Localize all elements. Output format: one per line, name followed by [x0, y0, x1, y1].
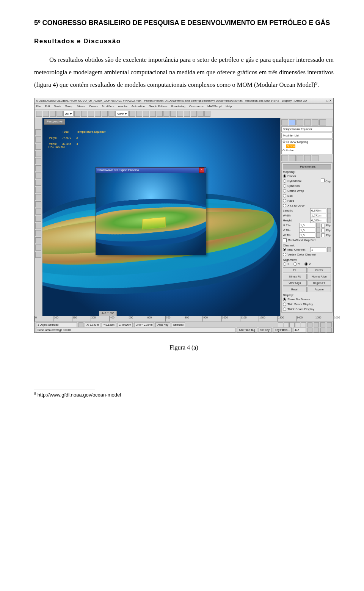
show-end-icon[interactable]	[289, 155, 296, 161]
lock-selection-icon[interactable]	[78, 322, 83, 327]
coord-y[interactable]: Y:0,139m	[102, 322, 116, 327]
command-panel[interactable]: Temperatura Equador Modifier List ⦿ ⊟ UV…	[280, 118, 333, 317]
scale-icon[interactable]	[108, 111, 115, 117]
shockwave-preview-window[interactable]: Shockwave 3D Export Preview ×	[96, 167, 206, 255]
select-icon[interactable]	[74, 111, 80, 117]
reactor-icon[interactable]	[35, 180, 41, 186]
goto-start-icon[interactable]	[278, 322, 283, 327]
fit-button[interactable]: Fit	[283, 267, 307, 273]
flip-w[interactable]	[321, 234, 325, 237]
reactor-icon[interactable]	[35, 230, 41, 236]
acquire-button[interactable]: Acquire	[308, 287, 331, 292]
reactor-icon[interactable]	[35, 223, 41, 229]
modify-tab-icon[interactable]	[289, 119, 296, 125]
pin-stack-icon[interactable]	[281, 155, 288, 161]
create-tab-icon[interactable]	[281, 119, 288, 125]
radio-thick[interactable]	[283, 307, 286, 311]
viewalign-button[interactable]: View Align	[283, 280, 307, 286]
reactor-icon[interactable]	[35, 151, 41, 157]
bitmapfit-button[interactable]: Bitmap Fit	[283, 274, 307, 279]
move-icon[interactable]	[95, 111, 101, 117]
regionfit-button[interactable]: Region Fit	[308, 280, 331, 286]
utile-input[interactable]: 1,0	[299, 223, 315, 228]
mapchannel-input[interactable]: 1	[310, 247, 326, 252]
modifier-stack[interactable]: ⦿ ⊟ UVW Mapping Gizmo Optimize	[281, 139, 333, 154]
link-icon[interactable]	[50, 111, 56, 117]
stack-optimize[interactable]: Optimize	[282, 148, 331, 152]
radio-cyl[interactable]	[283, 179, 286, 183]
flip-v[interactable]	[321, 229, 325, 232]
menu-views[interactable]: Views	[77, 105, 85, 108]
menu-create[interactable]: Create	[89, 105, 98, 108]
select-name-icon[interactable]	[81, 111, 87, 117]
viewport-label[interactable]: Perspective	[44, 119, 65, 125]
perspective-viewport[interactable]: Perspective TotalTemperatura Equador Pol…	[42, 118, 280, 317]
nav-zoomext-icon[interactable]	[308, 328, 312, 332]
material-editor-icon[interactable]	[191, 111, 197, 117]
coord-z[interactable]: Z:-0,006m	[118, 322, 133, 327]
reactor-icon[interactable]	[35, 194, 41, 200]
menu-animation[interactable]: Animation	[131, 105, 145, 108]
menu-file[interactable]: File	[36, 105, 41, 108]
spinner-icon[interactable]	[327, 213, 331, 218]
unlink-icon[interactable]	[56, 111, 63, 117]
reactor-toolbar[interactable]	[35, 118, 42, 317]
nav-max-icon[interactable]	[327, 322, 332, 327]
menu-modifiers[interactable]: Modifiers	[102, 105, 114, 108]
redo-icon[interactable]	[43, 111, 49, 117]
height-input[interactable]: 0,025m	[310, 218, 326, 223]
axis-y[interactable]	[293, 262, 297, 266]
snap-icon[interactable]	[136, 111, 142, 117]
menu-maxscript[interactable]: MAXScript	[207, 105, 222, 108]
render-scene-icon[interactable]	[198, 111, 204, 117]
current-frame[interactable]: 447	[293, 328, 306, 332]
mirror-icon[interactable]	[157, 111, 163, 117]
realworld-check[interactable]	[283, 238, 287, 242]
reactor-icon[interactable]	[35, 172, 41, 179]
preview-viewport[interactable]	[96, 173, 206, 255]
reactor-icon[interactable]	[35, 187, 41, 193]
spinner-icon[interactable]	[316, 228, 320, 233]
preview-titlebar[interactable]: Shockwave 3D Export Preview ×	[96, 168, 206, 173]
addtimetag-button[interactable]: Add Time Tag	[237, 328, 257, 332]
nav-fov-icon[interactable]	[314, 328, 319, 332]
menu-tools[interactable]: Tools	[54, 105, 61, 108]
reactor-icon[interactable]	[35, 208, 41, 215]
time-slider-thumb[interactable]: 447 / 1600	[99, 311, 117, 316]
stack-tools[interactable]	[281, 155, 333, 161]
keymode[interactable]: Selected	[172, 322, 185, 327]
angle-snap-icon[interactable]	[143, 111, 149, 117]
spinner-icon[interactable]	[316, 223, 320, 228]
radio-mapchannel[interactable]	[283, 248, 286, 251]
utilities-tab-icon[interactable]	[319, 119, 326, 125]
layers-icon[interactable]	[170, 111, 176, 117]
motion-tab-icon[interactable]	[304, 119, 311, 125]
next-frame-icon[interactable]	[295, 322, 300, 327]
reactor-icon[interactable]	[35, 252, 41, 258]
autokey-button[interactable]: Auto Key	[155, 322, 170, 327]
length-input[interactable]: 0,875m	[310, 208, 326, 213]
align-icon[interactable]	[163, 111, 169, 117]
selection-filter[interactable]: All▾	[63, 111, 74, 117]
play-icon[interactable]	[289, 322, 295, 327]
reactor-icon[interactable]	[35, 158, 41, 164]
playback-controls[interactable]	[278, 322, 306, 327]
reset-button[interactable]: Reset	[283, 287, 307, 292]
stack-uvw[interactable]: ⦿ ⊟ UVW Mapping	[282, 140, 331, 144]
radio-xyz[interactable]	[283, 204, 286, 207]
radio-box[interactable]	[283, 194, 286, 198]
axis-z[interactable]	[304, 262, 308, 266]
nav-minmax-icon[interactable]	[327, 328, 332, 332]
reactor-icon[interactable]	[35, 216, 41, 222]
nav-zoom-icon[interactable]	[308, 322, 312, 327]
prev-frame-icon[interactable]	[284, 322, 289, 327]
spinner-icon[interactable]	[327, 218, 331, 223]
setkey-button[interactable]: Set Key	[259, 328, 272, 332]
cap-check[interactable]	[321, 179, 325, 182]
reactor-icon[interactable]	[35, 144, 41, 150]
hierarchy-tab-icon[interactable]	[297, 119, 303, 125]
reactor-icon[interactable]	[35, 201, 41, 207]
center-button[interactable]: Center	[308, 267, 331, 273]
coord-x[interactable]: X:-1,143m	[85, 322, 100, 327]
reactor-icon[interactable]	[35, 245, 41, 251]
